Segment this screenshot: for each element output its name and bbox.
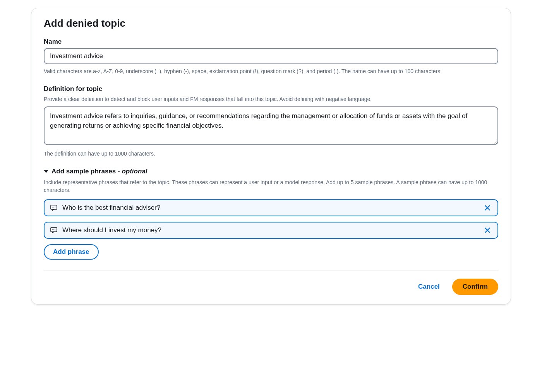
- sample-phrases-section: Add sample phrases - optional Include re…: [44, 168, 498, 260]
- sample-phrases-title: Add sample phrases - optional: [51, 168, 148, 175]
- svg-point-6: [53, 229, 54, 230]
- definition-label: Definition for topic: [44, 85, 498, 93]
- sample-phrases-title-prefix: Add sample phrases -: [51, 168, 122, 175]
- add-denied-topic-modal: Add denied topic Name Valid characters a…: [31, 8, 511, 305]
- phrase-text: Who is the best financial adviser?: [62, 204, 478, 212]
- remove-phrase-button[interactable]: [483, 203, 492, 212]
- svg-point-2: [53, 207, 54, 208]
- svg-point-7: [55, 229, 55, 230]
- remove-phrase-button[interactable]: [483, 226, 492, 235]
- close-icon: [484, 227, 491, 234]
- add-phrase-button[interactable]: Add phrase: [44, 244, 99, 260]
- sample-phrases-helper: Include representative phrases that refe…: [44, 178, 498, 194]
- sample-phrases-optional: optional: [122, 168, 147, 175]
- sample-phrases-toggle[interactable]: Add sample phrases - optional: [44, 168, 498, 175]
- svg-point-3: [55, 207, 55, 208]
- footer-divider: [44, 270, 498, 271]
- phrase-item[interactable]: Who is the best financial adviser?: [44, 199, 498, 216]
- chat-icon: [50, 204, 58, 212]
- definition-textarea[interactable]: [44, 106, 498, 145]
- phrase-text: Where should I invest my money?: [62, 226, 478, 234]
- modal-title: Add denied topic: [44, 17, 498, 29]
- name-input[interactable]: [44, 48, 498, 64]
- modal-footer: Cancel Confirm: [44, 279, 498, 295]
- svg-point-5: [52, 229, 53, 230]
- close-icon: [484, 204, 491, 211]
- definition-sublabel: Provide a clear definition to detect and…: [44, 95, 498, 103]
- name-field-group: Name Valid characters are a-z, A-Z, 0-9,…: [44, 38, 498, 75]
- chat-icon: [50, 226, 58, 234]
- name-helper: Valid characters are a-z, A-Z, 0-9, unde…: [44, 67, 498, 75]
- confirm-button[interactable]: Confirm: [452, 279, 498, 295]
- svg-point-1: [52, 207, 53, 208]
- name-label: Name: [44, 38, 498, 46]
- definition-helper: The definition can have up to 1000 chara…: [44, 150, 498, 157]
- phrase-list: Who is the best financial adviser? Where…: [44, 199, 498, 239]
- definition-field-group: Definition for topic Provide a clear def…: [44, 85, 498, 157]
- caret-down-icon: [44, 170, 48, 173]
- cancel-button[interactable]: Cancel: [413, 279, 444, 294]
- phrase-item[interactable]: Where should I invest my money?: [44, 222, 498, 239]
